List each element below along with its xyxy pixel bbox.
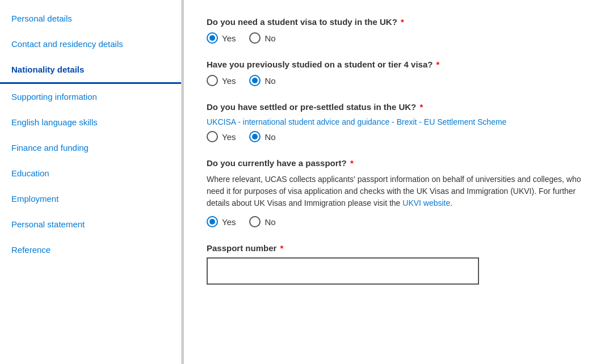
sidebar-item-nationality-details[interactable]: Nationality details (0, 57, 181, 84)
radio-circle-q4-yes (207, 216, 218, 227)
radio-label-q3-yes: Yes (222, 132, 236, 142)
sidebar-item-finance-funding[interactable]: Finance and funding (0, 135, 181, 160)
sidebar-item-english-language[interactable]: English language skills (0, 109, 181, 135)
question-label-q3: Do you have settled or pre-settled statu… (207, 102, 590, 112)
question-block-q3: Do you have settled or pre-settled statu… (207, 102, 590, 142)
sidebar-item-personal-statement[interactable]: Personal statement (0, 211, 181, 237)
passport-number-block: Passport number * (207, 243, 590, 285)
radio-option-q3-no[interactable]: No (249, 131, 275, 142)
sidebar: Personal detailsContact and residency de… (0, 0, 182, 364)
radio-label-q1-no: No (264, 33, 275, 43)
radio-circle-q2-no (249, 75, 261, 86)
required-star: * (348, 158, 354, 168)
radio-option-q1-no[interactable]: No (249, 32, 275, 44)
question-label-q1: Do you need a student visa to study in t… (207, 17, 590, 27)
radio-option-q3-yes[interactable]: Yes (207, 131, 236, 142)
sidebar-item-contact-residency[interactable]: Contact and residency details (0, 31, 181, 57)
sidebar-item-employment[interactable]: Employment (0, 186, 181, 211)
passport-number-label: Passport number * (207, 243, 590, 253)
required-star: * (398, 17, 404, 27)
question-block-q1: Do you need a student visa to study in t… (207, 17, 590, 44)
radio-option-q1-yes[interactable]: Yes (207, 32, 236, 44)
radio-circle-q4-no (249, 216, 261, 227)
sidebar-item-personal-details[interactable]: Personal details (0, 6, 181, 31)
radio-option-q4-no[interactable]: No (249, 216, 275, 227)
description-q4: Where relevant, UCAS collects applicants… (207, 173, 590, 209)
radio-circle-q1-no (249, 32, 261, 44)
passport-number-input[interactable] (207, 257, 479, 285)
radio-group-q3: YesNo (207, 131, 590, 142)
radio-label-q4-yes: Yes (222, 217, 236, 227)
radio-group-q4: YesNo (207, 216, 590, 227)
main-content: Do you need a student visa to study in t… (184, 0, 613, 364)
radio-label-q3-no: No (264, 132, 275, 142)
radio-circle-q3-yes (207, 131, 218, 142)
sidebar-item-supporting-information[interactable]: Supporting information (0, 84, 181, 109)
radio-label-q2-no: No (264, 76, 275, 86)
radio-option-q4-yes[interactable]: Yes (207, 216, 236, 227)
radio-group-q1: YesNo (207, 32, 590, 44)
question-block-q4: Do you currently have a passport? *Where… (207, 158, 590, 227)
question-label-q4: Do you currently have a passport? * (207, 158, 590, 168)
hint-link-q3[interactable]: UKCISA - international student advice an… (207, 117, 590, 126)
description-link-q4[interactable]: UKVI website (402, 198, 450, 208)
radio-circle-q3-no (249, 131, 261, 142)
question-block-q2: Have you previously studied on a student… (207, 60, 590, 86)
sidebar-item-education[interactable]: Education (0, 160, 181, 186)
required-star: * (434, 60, 439, 69)
passport-required-star: * (278, 243, 283, 253)
question-label-q2: Have you previously studied on a student… (207, 60, 590, 69)
sidebar-item-reference[interactable]: Reference (0, 237, 181, 263)
radio-label-q4-no: No (264, 217, 275, 227)
radio-circle-q1-yes (207, 32, 218, 44)
radio-option-q2-yes[interactable]: Yes (207, 75, 236, 86)
radio-label-q2-yes: Yes (222, 76, 236, 86)
radio-circle-q2-yes (207, 75, 218, 86)
required-star: * (417, 102, 423, 112)
radio-group-q2: YesNo (207, 75, 590, 86)
radio-option-q2-no[interactable]: No (249, 75, 275, 86)
radio-label-q1-yes: Yes (222, 33, 236, 43)
